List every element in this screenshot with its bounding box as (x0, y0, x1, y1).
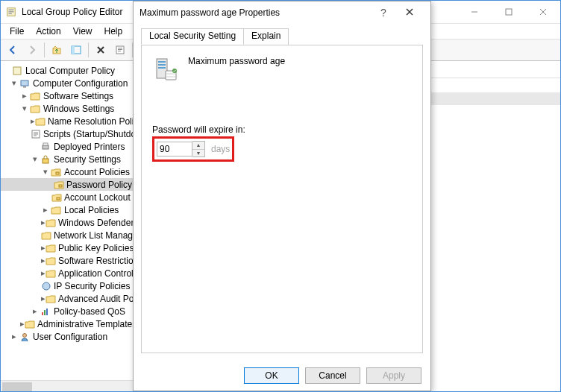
svg-rect-37 (158, 61, 166, 63)
tree-node[interactable]: Scripts (Startup/Shutdown) (1, 127, 135, 140)
horizontal-scrollbar[interactable] (1, 380, 135, 392)
policy-icon (11, 65, 23, 77)
svg-rect-19 (13, 67, 21, 75)
tree-node[interactable]: ▸Software Settings (1, 89, 135, 102)
properties-button[interactable] (111, 41, 129, 59)
svg-rect-21 (23, 86, 26, 88)
collapse-icon[interactable]: ▾ (10, 78, 19, 88)
scroll-thumb[interactable] (2, 382, 32, 392)
cancel-button[interactable]: Cancel (305, 367, 360, 384)
spin-up-icon[interactable]: ▲ (192, 142, 204, 150)
svg-rect-38 (158, 64, 166, 66)
collapse-icon[interactable]: ▾ (31, 154, 40, 164)
svg-rect-32 (46, 309, 48, 315)
minimize-button[interactable] (457, 1, 492, 23)
svg-point-29 (43, 282, 50, 290)
tree-root[interactable]: Local Computer Policy (1, 64, 135, 77)
tree-node[interactable]: ▸Software Restriction Policies (1, 254, 135, 267)
tree-node[interactable]: ▸Public Key Policies (1, 241, 135, 254)
policy-folder-icon (50, 166, 62, 178)
svg-rect-5 (506, 9, 512, 15)
properties-dialog: Maximum password age Properties ? Local … (133, 1, 431, 391)
tree-node[interactable]: Account Lockout Policy (1, 191, 135, 203)
printer-icon (40, 141, 51, 153)
svg-point-33 (23, 333, 27, 337)
tree-node[interactable]: ▸Local Policies (1, 203, 135, 216)
svg-rect-39 (158, 67, 166, 69)
dialog-button-row: OK Cancel Apply (134, 361, 430, 391)
svg-rect-30 (42, 312, 43, 315)
user-icon (19, 331, 31, 343)
tab-panel: Maximum password age Password will expir… (141, 45, 423, 353)
svg-rect-20 (21, 80, 28, 86)
computer-icon (19, 78, 31, 89)
script-icon (31, 128, 41, 140)
folder-icon (46, 255, 56, 267)
spinner[interactable]: ▲ ▼ (192, 141, 205, 157)
folder-icon (46, 242, 56, 254)
svg-rect-15 (118, 49, 122, 50)
tree-node[interactable]: ▸Name Resolution Policy (1, 115, 135, 127)
dialog-close-button[interactable] (395, 7, 424, 18)
forward-button[interactable] (23, 41, 41, 59)
tabstrip: Local Security Setting Explain (141, 28, 423, 45)
maximize-button[interactable] (492, 1, 526, 23)
field-label: Password will expire in: (152, 124, 412, 135)
svg-rect-2 (9, 11, 14, 12)
svg-rect-3 (9, 13, 12, 14)
server-icon (152, 56, 179, 83)
svg-rect-23 (43, 145, 48, 149)
svg-rect-16 (118, 51, 121, 51)
folder-icon (29, 103, 41, 115)
tree-pane: Local Computer Policy ▾ Computer Configu… (1, 61, 136, 392)
tab-local-security[interactable]: Local Security Setting (141, 28, 244, 45)
tree-node-selected[interactable]: Password Policy (1, 178, 135, 191)
apply-button[interactable]: Apply (366, 367, 421, 384)
tab-explain[interactable]: Explain (243, 28, 289, 45)
lock-icon (40, 154, 51, 165)
tree-node[interactable]: Deployed Printers (1, 140, 135, 153)
highlight-annotation: ▲ ▼ days (152, 136, 234, 162)
menu-file[interactable]: File (4, 25, 30, 38)
expand-icon[interactable]: ▸ (31, 306, 40, 316)
days-input[interactable] (157, 142, 192, 157)
tree-node[interactable]: ▸Advanced Audit Policy Configuration (1, 292, 135, 305)
tree-node[interactable]: ▸Policy-based QoS (1, 305, 135, 317)
tree-node[interactable]: ▸Application Control Policies (1, 267, 135, 279)
folder-icon (35, 116, 46, 127)
up-button[interactable] (48, 41, 66, 59)
spin-down-icon[interactable]: ▼ (192, 150, 204, 157)
close-button[interactable] (526, 1, 560, 23)
svg-rect-26 (56, 172, 59, 174)
menu-view[interactable]: View (67, 25, 98, 38)
tree-node[interactable]: ▾Account Policies (1, 165, 135, 178)
back-button[interactable] (4, 41, 22, 59)
tree-node[interactable]: ▾Windows Settings (1, 102, 135, 115)
expand-icon[interactable]: ▸ (10, 332, 19, 341)
tree-node[interactable]: Network List Manager Policies (1, 229, 135, 241)
menu-help[interactable]: Help (98, 25, 129, 38)
menu-action[interactable]: Action (30, 25, 66, 38)
dialog-titlebar: Maximum password age Properties ? (134, 1, 430, 24)
svg-rect-1 (9, 10, 14, 10)
tree-node[interactable]: ▸Windows Defender Firewall with Advanced… (1, 216, 135, 229)
policy-name: Maximum password age (188, 56, 285, 66)
tree-node[interactable]: ▾ Computer Configuration (1, 77, 135, 89)
folder-icon (46, 293, 56, 305)
tree-node[interactable]: ▸Administrative Templates (1, 317, 135, 330)
qos-icon (40, 306, 51, 317)
delete-button[interactable] (92, 41, 110, 59)
ok-button[interactable]: OK (244, 367, 299, 384)
collapse-icon[interactable]: ▾ (20, 104, 29, 113)
show-hide-tree-button[interactable] (67, 41, 85, 59)
tree-node[interactable]: IP Security Policies on Local Computer (1, 279, 135, 292)
svg-rect-24 (43, 143, 48, 145)
folder-icon (46, 217, 56, 229)
context-help-button[interactable]: ? (372, 7, 395, 19)
folder-icon (41, 230, 51, 241)
expand-icon[interactable]: ▸ (41, 205, 50, 215)
collapse-icon[interactable]: ▾ (41, 167, 50, 177)
tree-node[interactable]: ▾Security Settings (1, 153, 135, 165)
expand-icon[interactable]: ▸ (20, 91, 29, 101)
tree-node[interactable]: ▸User Configuration (1, 330, 135, 343)
